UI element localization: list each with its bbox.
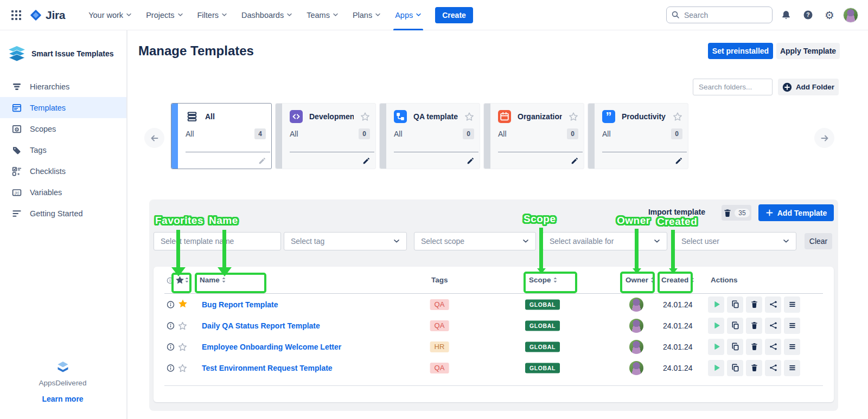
- info-icon[interactable]: [167, 277, 174, 284]
- template-name-link[interactable]: Test Environment Request Template: [202, 364, 333, 372]
- nav-filters[interactable]: Filters: [190, 0, 234, 30]
- add-template-button[interactable]: Add Template: [758, 204, 834, 221]
- favorite-star-icon[interactable]: [464, 112, 474, 121]
- row-info-icon[interactable]: [167, 300, 175, 308]
- sort-icon[interactable]: [185, 277, 189, 283]
- user-avatar[interactable]: [843, 8, 858, 23]
- nav-plans[interactable]: Plans: [346, 0, 388, 30]
- owner-column-header[interactable]: Owner: [626, 276, 654, 284]
- share-button[interactable]: [765, 318, 781, 334]
- annotation-favorites: Favorites: [155, 215, 203, 227]
- sidebar-item-getting-started[interactable]: Getting Started: [0, 203, 126, 224]
- scope-column-header[interactable]: Scope: [529, 276, 557, 284]
- import-template-link[interactable]: Import template: [648, 208, 705, 216]
- name-column-header[interactable]: Name: [200, 276, 226, 284]
- tag-filter-select[interactable]: Select tag: [284, 232, 407, 250]
- trash-bin-button[interactable]: 35: [722, 205, 751, 221]
- nav-projects[interactable]: Projects: [139, 0, 190, 30]
- favorite-star-icon[interactable]: [673, 112, 682, 121]
- template-name-link[interactable]: Bug Report Template: [202, 300, 278, 309]
- create-button[interactable]: Create: [435, 7, 473, 23]
- row-favorite-star[interactable]: [178, 342, 187, 351]
- row-favorite-star[interactable]: [178, 321, 187, 330]
- more-menu-button[interactable]: [784, 296, 800, 313]
- copy-button[interactable]: [727, 318, 743, 334]
- more-menu-button[interactable]: [784, 360, 800, 376]
- template-name-link[interactable]: Daily QA Status Report Template: [202, 321, 320, 330]
- search-input[interactable]: [666, 7, 773, 23]
- apply-button[interactable]: [708, 296, 724, 313]
- row-favorite-star[interactable]: [178, 299, 188, 311]
- sidebar-item-templates[interactable]: Templates: [0, 97, 126, 118]
- edit-folder-button[interactable]: [362, 157, 370, 165]
- app-switcher-icon[interactable]: [8, 7, 25, 24]
- template-name-filter-input[interactable]: [154, 232, 281, 250]
- folder-card-productivity[interactable]: Productivity All 0: [588, 103, 688, 169]
- apply-button[interactable]: [708, 339, 724, 355]
- favorite-star-icon[interactable]: [360, 112, 370, 121]
- notifications-bell-icon[interactable]: [778, 7, 794, 23]
- nav-apps[interactable]: Apps: [388, 0, 429, 30]
- learn-more-link[interactable]: Learn more: [42, 395, 83, 403]
- sidebar-item-hierarchies[interactable]: Hierarchies: [0, 76, 126, 97]
- delete-button[interactable]: [746, 339, 762, 355]
- settings-gear-icon[interactable]: ⚙: [821, 7, 838, 23]
- row-info-icon[interactable]: [167, 343, 175, 351]
- owner-avatar[interactable]: [629, 298, 643, 312]
- created-date: 24.01.24: [663, 321, 693, 330]
- nav-dashboards[interactable]: Dashboards: [234, 0, 299, 30]
- sidebar-item-variables[interactable]: Variables: [0, 182, 126, 203]
- search-folders-input[interactable]: [693, 79, 773, 95]
- share-button[interactable]: [765, 339, 781, 355]
- favorite-star-icon[interactable]: [569, 112, 578, 121]
- more-menu-button[interactable]: [784, 339, 800, 355]
- jira-logo[interactable]: Jira: [29, 9, 65, 22]
- nav-teams[interactable]: Teams: [299, 0, 346, 30]
- nav-your-work[interactable]: Your work: [81, 0, 139, 30]
- share-button[interactable]: [765, 296, 781, 313]
- folder-card-organization[interactable]: Organization All 0: [483, 103, 584, 169]
- apply-button[interactable]: [708, 360, 724, 376]
- sort-icon: [650, 277, 654, 283]
- row-actions: [708, 360, 800, 376]
- row-favorite-star[interactable]: [178, 363, 187, 372]
- carousel-prev-button[interactable]: [144, 128, 164, 148]
- row-info-icon[interactable]: [167, 364, 175, 372]
- template-name-link[interactable]: Employee Onboarding Welcome Letter: [202, 343, 341, 351]
- copy-button[interactable]: [727, 339, 743, 355]
- apply-button[interactable]: [708, 318, 724, 334]
- set-preinstalled-button[interactable]: Set preinstalled: [708, 43, 773, 59]
- folder-card-qa-templates[interactable]: QA templates All 0: [379, 103, 480, 169]
- clear-filters-button[interactable]: Clear: [805, 233, 832, 249]
- edit-folder-button[interactable]: [467, 157, 474, 165]
- sidebar-item-scopes[interactable]: Scopes: [0, 118, 126, 139]
- available-for-filter-select[interactable]: Select available for: [542, 232, 667, 250]
- row-info-icon[interactable]: [167, 321, 175, 330]
- delete-button[interactable]: [746, 296, 762, 313]
- delete-button[interactable]: [746, 360, 762, 376]
- folder-card-all[interactable]: All All 4: [171, 103, 272, 169]
- edit-folder-button[interactable]: [258, 157, 266, 165]
- edit-folder-button[interactable]: [571, 157, 578, 165]
- more-menu-button[interactable]: [784, 318, 800, 334]
- copy-button[interactable]: [727, 296, 743, 313]
- pencil-icon: [258, 157, 266, 165]
- owner-avatar[interactable]: [629, 361, 643, 375]
- share-button[interactable]: [765, 360, 781, 376]
- scope-filter-select[interactable]: Select scope: [414, 232, 536, 250]
- favorites-column-header[interactable]: [175, 275, 184, 285]
- copy-button[interactable]: [727, 360, 743, 376]
- owner-avatar[interactable]: [629, 319, 643, 333]
- sidebar-item-tags[interactable]: Tags: [0, 139, 126, 160]
- created-column-header[interactable]: Created: [661, 276, 694, 284]
- folder-card-development[interactable]: Development All 0: [275, 103, 376, 169]
- owner-avatar[interactable]: [629, 340, 643, 354]
- help-icon[interactable]: [800, 7, 816, 23]
- edit-folder-button[interactable]: [675, 157, 682, 165]
- add-folder-button[interactable]: Add Folder: [778, 79, 839, 95]
- apply-template-button[interactable]: Apply Template: [776, 43, 840, 59]
- user-filter-select[interactable]: Select user: [674, 232, 796, 250]
- carousel-next-button[interactable]: [814, 128, 834, 148]
- delete-button[interactable]: [746, 318, 762, 334]
- sidebar-item-checklists[interactable]: Checklists: [0, 160, 126, 182]
